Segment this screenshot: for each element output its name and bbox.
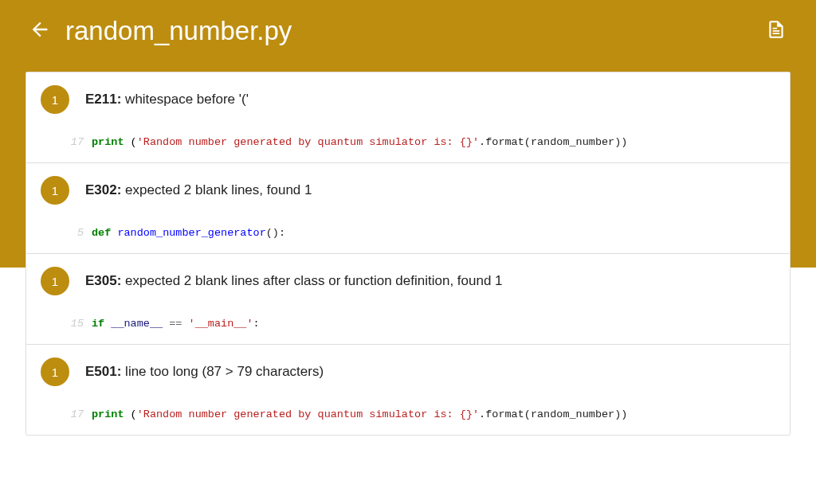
- page-title: random_number.py: [65, 16, 762, 46]
- issue-item: 1 E211: whitespace before '(' 17 print (…: [26, 72, 790, 163]
- code-line: print ('Random number generated by quant…: [92, 408, 627, 420]
- line-number: 15: [41, 318, 92, 330]
- issue-text: E501: line too long (87 > 79 characters): [85, 364, 324, 380]
- issue-count-badge: 1: [41, 357, 69, 386]
- issue-count-badge: 1: [41, 176, 69, 205]
- issue-text: E302: expected 2 blank lines, found 1: [85, 182, 312, 198]
- issue-message: line too long (87 > 79 characters): [121, 364, 324, 379]
- line-number: 17: [41, 136, 92, 148]
- view-source-button[interactable]: [762, 17, 790, 45]
- issue-text: E211: whitespace before '(': [85, 92, 249, 107]
- line-number: 5: [41, 227, 92, 239]
- code-line: print ('Random number generated by quant…: [92, 136, 627, 148]
- issue-message: expected 2 blank lines, found 1: [121, 182, 312, 197]
- issue-item: 1 E501: line too long (87 > 79 character…: [26, 345, 790, 435]
- issue-code: E211:: [85, 92, 121, 107]
- issue-list: 1 E211: whitespace before '(' 17 print (…: [26, 72, 790, 436]
- back-button[interactable]: [26, 17, 54, 45]
- issue-message: whitespace before '(': [121, 92, 249, 107]
- arrow-left-icon: [29, 18, 51, 44]
- issue-count-badge: 1: [41, 267, 69, 295]
- issue-code: E501:: [85, 364, 121, 379]
- issue-header[interactable]: 1 E302: expected 2 blank lines, found 1: [26, 163, 790, 217]
- code-line: def random_number_generator():: [92, 227, 285, 239]
- code-preview: 5 def random_number_generator():: [26, 217, 790, 253]
- issue-item: 1 E305: expected 2 blank lines after cla…: [26, 254, 790, 345]
- app-header: random_number.py: [0, 0, 816, 62]
- code-preview: 15 if __name__ == '__main__':: [26, 308, 790, 344]
- document-icon: [766, 19, 787, 43]
- issue-text: E305: expected 2 blank lines after class…: [85, 273, 503, 289]
- issue-count-badge: 1: [41, 85, 69, 114]
- issue-header[interactable]: 1 E305: expected 2 blank lines after cla…: [26, 254, 790, 308]
- issue-code: E302:: [85, 182, 121, 197]
- code-preview: 17 print ('Random number generated by qu…: [26, 399, 790, 435]
- line-number: 17: [41, 408, 92, 420]
- issue-header[interactable]: 1 E211: whitespace before '(': [26, 72, 790, 127]
- issue-code: E305:: [85, 273, 121, 288]
- issue-item: 1 E302: expected 2 blank lines, found 1 …: [26, 163, 790, 254]
- code-line: if __name__ == '__main__':: [92, 318, 260, 330]
- issue-header[interactable]: 1 E501: line too long (87 > 79 character…: [26, 345, 790, 399]
- issue-message: expected 2 blank lines after class or fu…: [121, 273, 502, 288]
- code-preview: 17 print ('Random number generated by qu…: [26, 127, 790, 162]
